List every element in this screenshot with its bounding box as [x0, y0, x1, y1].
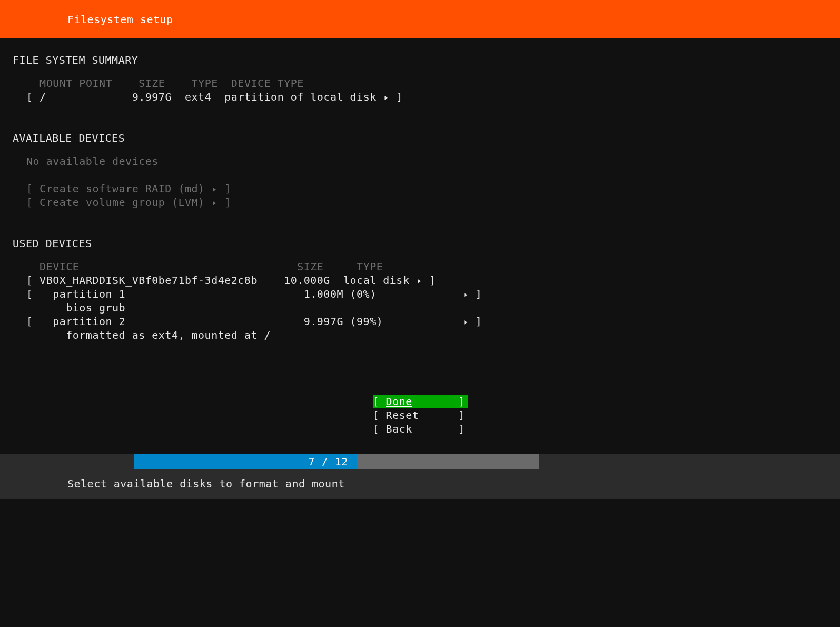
summary-row-root[interactable]: [ / 9.997G ext4 partition of local disk … [26, 90, 827, 104]
back-button[interactable]: [ Back ] [373, 422, 468, 436]
chevron-right-icon: ▸ [384, 90, 389, 104]
chevron-right-icon: ▸ [417, 273, 422, 287]
reset-button[interactable]: [ Reset ] [373, 408, 468, 422]
summary-column-headers: MOUNT POINT SIZE TYPE DEVICE TYPE [26, 76, 827, 90]
summary-heading: FILE SYSTEM SUMMARY [13, 53, 827, 67]
create-lvm-button[interactable]: [ Create volume group (LVM) ▸ ] [26, 195, 827, 209]
done-button[interactable]: [ Done ] [373, 395, 468, 408]
no-available-devices: No available devices [26, 154, 827, 168]
chevron-right-icon: ▸ [463, 315, 468, 328]
used-partition-2-sub: formatted as ext4, mounted at / [26, 328, 827, 342]
content-area: FILE SYSTEM SUMMARY MOUNT POINT SIZE TYP… [0, 38, 840, 448]
used-partition-1[interactable]: [ partition 1 1.000M (0%) ▸ ] [26, 287, 827, 301]
used-partition-2[interactable]: [ partition 2 9.997G (99%) ▸ ] [26, 315, 827, 328]
used-column-headers: DEVICE SIZE TYPE [26, 260, 827, 273]
footer-hint: Select available disks to format and mou… [0, 469, 840, 499]
page-title: Filesystem setup [67, 13, 173, 26]
chevron-right-icon: ▸ [212, 182, 217, 195]
progress-fill: 7 / 12 [134, 454, 357, 469]
create-raid-button[interactable]: [ Create software RAID (md) ▸ ] [26, 182, 827, 195]
available-heading: AVAILABLE DEVICES [13, 131, 827, 145]
used-partition-1-sub: bios_grub [26, 301, 827, 315]
chevron-right-icon: ▸ [212, 195, 217, 209]
used-disk-row[interactable]: [ VBOX_HARDDISK_VBf0be71bf-3d4e2c8b 10.0… [26, 273, 827, 287]
progress-bar: 7 / 12 [0, 454, 840, 469]
chevron-right-icon: ▸ [463, 287, 468, 301]
window-header: Filesystem setup [0, 0, 840, 38]
used-heading: USED DEVICES [13, 237, 827, 250]
progress-text: 7 / 12 [309, 455, 348, 468]
button-bar: [ Done ] [ Reset ] [ Back ] [13, 395, 827, 436]
